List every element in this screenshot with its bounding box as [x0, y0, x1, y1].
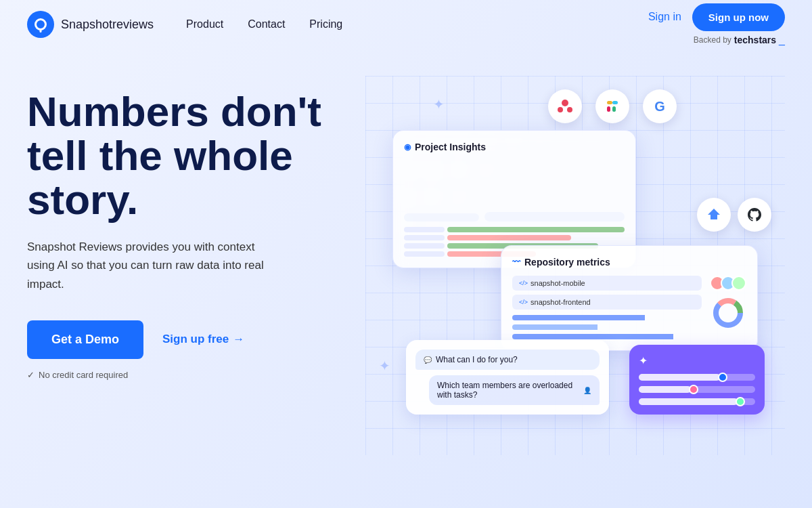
slack-icon — [595, 89, 629, 123]
svg-point-2 — [567, 107, 572, 112]
slider-line-2 — [639, 386, 755, 393]
sparkle-3: ✦ — [379, 358, 390, 374]
github-icon — [738, 198, 771, 232]
techstars-dot: _ — [779, 34, 785, 46]
backed-by-label: Backed by — [694, 35, 731, 45]
svg-rect-4 — [612, 101, 618, 104]
svg-marker-7 — [708, 209, 720, 219]
mini-area-chart — [404, 213, 479, 221]
nav-right-row: Sign in Sign up now — [648, 3, 785, 31]
chat-question-bubble: What can I do for you? — [415, 350, 600, 370]
donut-chart — [711, 296, 745, 330]
sign-up-button[interactable]: Sign up now — [692, 3, 785, 31]
asana-icon — [548, 89, 582, 123]
sparkle-icon: ✦ — [639, 354, 648, 367]
logo-text: Snapshotreviews — [61, 18, 154, 32]
chat-question-text: What can I do for you? — [436, 355, 518, 364]
avatars-row — [710, 276, 746, 291]
svg-rect-3 — [607, 106, 610, 112]
git-icon — [697, 198, 731, 232]
google-icon: G — [643, 89, 677, 123]
hero-description: Snapshot Reviews provides you with conte… — [27, 238, 284, 293]
navbar: Snapshotreviews Product Contact Pricing … — [0, 0, 812, 49]
hero-illustration: ✦ ✦ ✦ G Project Insights — [365, 76, 785, 455]
nav-pricing[interactable]: Pricing — [309, 18, 342, 30]
backed-by: Backed by techstars_ — [694, 34, 785, 46]
slider-line-1 — [639, 374, 755, 381]
no-cc-label: No credit card required — [27, 370, 365, 380]
logo-icon-inner — [35, 18, 47, 30]
hero-section: Numbers don't tell the whole story. Snap… — [0, 49, 812, 455]
repo-metrics-card: 〰 Repository metrics snapshot-mobile sna… — [501, 245, 758, 351]
repo-item-2: snapshot-frontend — [512, 295, 702, 310]
hero-ctas: Get a Demo Sign up free → — [27, 320, 365, 359]
slider-line-3 — [639, 398, 755, 405]
hero-left: Numbers don't tell the whole story. Snap… — [27, 76, 365, 380]
svg-point-0 — [562, 100, 568, 106]
logo-light: reviews — [112, 18, 154, 31]
nav-left: Snapshotreviews Product Contact Pricing — [27, 11, 342, 38]
demo-button[interactable]: Get a Demo — [27, 320, 143, 359]
signup-free-text: Sign up free — [162, 333, 229, 346]
svg-point-1 — [558, 107, 563, 112]
sparkle-1: ✦ — [433, 96, 445, 112]
signup-free-link[interactable]: Sign up free → — [162, 333, 244, 346]
project-card-title: Project Insights — [404, 142, 625, 152]
nav-contact[interactable]: Contact — [248, 18, 285, 30]
svg-rect-5 — [612, 106, 616, 112]
repo-item-1: snapshot-mobile — [512, 276, 702, 291]
big-bar-chart — [484, 212, 625, 221]
repo-content: snapshot-mobile snapshot-frontend — [512, 276, 746, 339]
repo-list: snapshot-mobile snapshot-frontend — [512, 276, 702, 339]
techstars-label: techstars — [734, 35, 776, 45]
chat-response-text: Which team members are overloaded with t… — [437, 381, 579, 400]
purple-sliders-card: ✦ — [629, 345, 765, 415]
logo-bold: Snapshot — [61, 18, 112, 31]
nav-product[interactable]: Product — [186, 18, 223, 30]
logo-icon — [27, 11, 54, 38]
nav-links: Product Contact Pricing — [186, 18, 342, 30]
nav-right: Sign in Sign up now Backed by techstars_ — [648, 3, 785, 46]
purple-slider-lines — [639, 374, 755, 405]
chat-response-bubble: Which team members are overloaded with t… — [429, 375, 600, 405]
hero-title: Numbers don't tell the whole story. — [27, 89, 365, 221]
logo[interactable]: Snapshotreviews — [27, 11, 154, 38]
chat-card: What can I do for you? Which team member… — [406, 340, 609, 415]
sign-in-link[interactable]: Sign in — [648, 11, 681, 23]
avatar-3 — [731, 276, 746, 291]
repo-right — [710, 276, 746, 330]
repo-card-title: 〰 Repository metrics — [512, 257, 746, 268]
arrow-icon: → — [233, 333, 244, 346]
svg-rect-6 — [607, 101, 612, 104]
